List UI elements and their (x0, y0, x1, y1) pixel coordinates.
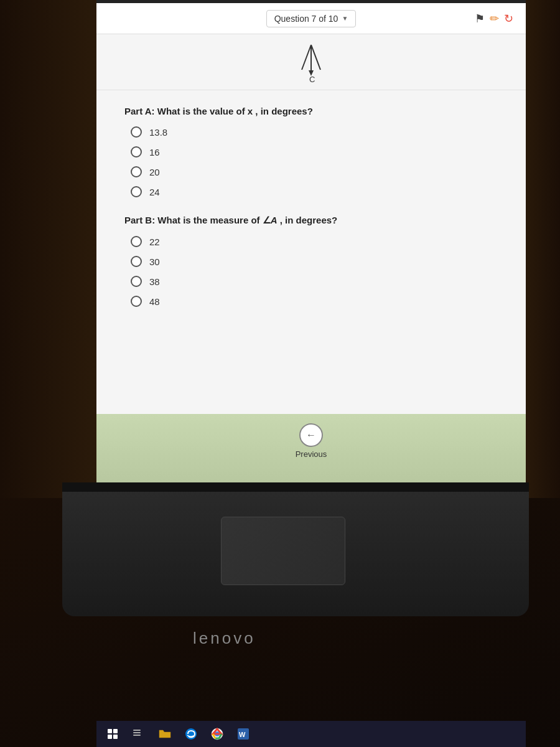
option-b1[interactable]: 22 (131, 236, 498, 247)
pencil-icon[interactable]: ✏ (490, 12, 499, 26)
option-b2-text: 30 (149, 256, 160, 267)
option-a2[interactable]: 16 (131, 146, 498, 157)
taskbar-search-button[interactable] (128, 723, 150, 745)
folder-icon (159, 728, 171, 740)
windows-icon (108, 729, 118, 739)
radio-a1[interactable] (131, 126, 142, 138)
word-icon: W (237, 728, 250, 740)
previous-circle[interactable]: ← (299, 423, 323, 447)
radio-a2[interactable] (131, 146, 142, 157)
part-b-options: 22 30 38 48 (124, 236, 498, 307)
option-b3-text: 38 (149, 276, 160, 287)
radio-b4[interactable] (131, 296, 142, 307)
option-a4-text: 24 (149, 187, 160, 197)
radio-b2[interactable] (131, 256, 142, 267)
header-icons: ⚑ ✏ ↻ (475, 12, 513, 26)
flag-icon[interactable]: ⚑ (475, 12, 485, 26)
svg-rect-7 (133, 730, 141, 731)
part-b-question-text: What is the measure of ∠A , in degrees? (157, 215, 337, 225)
header-bar: Question 7 of 10 ▼ ⚑ ✏ ↻ (96, 3, 526, 34)
edge-icon (185, 728, 197, 740)
option-b1-text: 22 (149, 237, 160, 247)
svg-line-1 (311, 45, 320, 70)
radio-b3[interactable] (131, 276, 142, 287)
option-a4[interactable]: 24 (131, 186, 498, 197)
option-b4[interactable]: 48 (131, 296, 498, 307)
bottom-nav-area: ← Previous (96, 414, 526, 482)
option-a3[interactable]: 20 (131, 166, 498, 177)
content-area: Part A: What is the value of x , in degr… (96, 90, 526, 439)
question-nav-label: Question 7 of 10 (274, 14, 338, 24)
option-a3-text: 20 (149, 167, 160, 177)
option-a1[interactable]: 13.8 (131, 126, 498, 138)
diagram-svg: C (286, 42, 336, 85)
taskbar-word-button[interactable]: W (232, 723, 254, 745)
previous-arrow-icon: ← (306, 430, 316, 441)
chrome-icon (211, 728, 223, 740)
previous-label: Previous (296, 449, 327, 459)
svg-line-0 (302, 45, 311, 70)
trackpad[interactable] (221, 517, 345, 585)
radio-b1[interactable] (131, 236, 142, 247)
taskbar-chrome-button[interactable] (206, 723, 228, 745)
option-b4-text: 48 (149, 296, 160, 307)
question-nav[interactable]: Question 7 of 10 ▼ (266, 10, 357, 27)
lenovo-logo: lenovo (193, 629, 256, 648)
part-b-section: Part B: What is the measure of ∠A , in d… (124, 215, 498, 307)
radio-a4[interactable] (131, 186, 142, 197)
refresh-icon[interactable]: ↻ (504, 12, 513, 26)
taskbar-folder-button[interactable] (154, 723, 176, 745)
diagram-area: C (96, 34, 526, 90)
windows-start-button[interactable] (101, 723, 124, 745)
dropdown-arrow-icon: ▼ (342, 15, 348, 22)
option-b2[interactable]: 30 (131, 256, 498, 267)
option-a2-text: 16 (149, 147, 160, 157)
previous-button[interactable]: ← Previous (296, 423, 327, 459)
search-icon (133, 728, 144, 740)
part-a-section: Part A: What is the value of x , in degr… (124, 106, 498, 197)
option-b3[interactable]: 38 (131, 276, 498, 287)
part-b-label: Part B: What is the measure of ∠A , in d… (124, 215, 498, 226)
svg-rect-6 (133, 735, 141, 736)
option-a1-text: 13.8 (149, 127, 167, 138)
part-a-label: Part A: What is the value of x , in degr… (124, 106, 498, 116)
svg-text:W: W (239, 731, 246, 738)
part-a-options: 13.8 16 20 24 (124, 126, 498, 197)
svg-rect-5 (133, 732, 141, 733)
radio-a3[interactable] (131, 166, 142, 177)
svg-text:C: C (309, 75, 315, 84)
taskbar: W (96, 721, 526, 747)
taskbar-edge-button[interactable] (180, 723, 202, 745)
